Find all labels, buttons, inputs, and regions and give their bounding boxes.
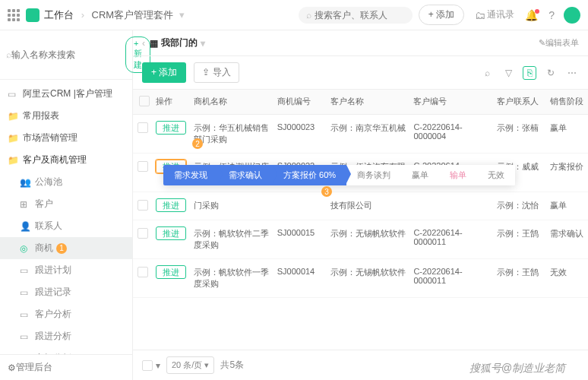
edit-form-link[interactable]: ✎ 编辑表单 bbox=[539, 37, 579, 49]
sidebar-item[interactable]: ▭阿里云CRM |客户管理 bbox=[0, 83, 132, 105]
search-icon[interactable]: ⌕ bbox=[480, 66, 494, 80]
menu-icon: ▭ bbox=[20, 309, 30, 320]
avatar[interactable] bbox=[564, 7, 580, 24]
cell-name: 示例：帆软软件一季度采购 bbox=[194, 267, 277, 290]
row-checkbox[interactable] bbox=[138, 161, 148, 172]
column-header[interactable]: 操作 bbox=[156, 96, 194, 108]
data-table: 操作商机名称商机编号客户名称客户编号客户联系人销售阶段 推进示例：华五机械销售部… bbox=[133, 89, 588, 350]
contacts-button[interactable]: 🗂通讯录 bbox=[475, 8, 514, 21]
cell-contact: 示例：王鹄 bbox=[497, 267, 550, 278]
scope-selector[interactable]: ▦ 我部门的 ▾ bbox=[150, 36, 205, 49]
column-header[interactable]: 商机名称 bbox=[194, 96, 277, 108]
global-search[interactable]: ⌕ bbox=[299, 7, 413, 24]
sidebar-item[interactable]: ◎商机1 bbox=[0, 237, 132, 259]
apps-icon[interactable] bbox=[8, 9, 20, 21]
row-checkbox[interactable] bbox=[138, 267, 148, 277]
sidebar-item[interactable]: 👤联系人 bbox=[0, 215, 132, 237]
menu-icon: ◎ bbox=[20, 243, 30, 254]
add-button[interactable]: + 添加 bbox=[419, 5, 464, 25]
cell-stage: 赢单 bbox=[550, 122, 588, 134]
more-icon[interactable]: ⋯ bbox=[565, 66, 579, 80]
sidebar-item[interactable]: 📁市场营销管理 bbox=[0, 127, 132, 149]
sidebar-item[interactable]: ▭跟进记录 bbox=[0, 281, 132, 303]
sidebar-item[interactable]: ▭客户分析 bbox=[0, 303, 132, 325]
menu-icon: 📁 bbox=[8, 155, 18, 166]
table-row[interactable]: 推进示例：帆软软件一季度采购SJ000014示例：无锡帆软软件C-2022061… bbox=[133, 259, 588, 298]
row-checkbox[interactable] bbox=[138, 122, 148, 133]
progress-step[interactable]: 无效 bbox=[477, 165, 515, 185]
sidebar-item-label: 客户及商机管理 bbox=[23, 154, 87, 166]
column-header[interactable]: 客户名称 bbox=[330, 96, 414, 108]
hint-badge: 2 bbox=[192, 138, 203, 149]
table-row[interactable]: 推进示例：华五机械销售部门采购SJ000023示例：南京华五机械C-202206… bbox=[133, 115, 588, 154]
pencil-icon: ✎ bbox=[539, 38, 545, 48]
sidebar-search-input[interactable] bbox=[11, 49, 125, 60]
sidebar-item[interactable]: 📁客户及商机管理 bbox=[0, 149, 132, 171]
sidebar-item[interactable]: 📁常用报表 bbox=[0, 105, 132, 127]
filter-icon[interactable]: ▽ bbox=[501, 66, 515, 80]
breadcrumb-root[interactable]: 工作台 bbox=[44, 9, 74, 21]
breadcrumb: 工作台 › CRM客户管理套件 ▾ bbox=[44, 8, 185, 22]
progress-step[interactable]: 需求发现 bbox=[163, 165, 218, 185]
help-icon[interactable]: ? bbox=[548, 9, 555, 21]
notification-icon[interactable]: 🔔 bbox=[525, 9, 538, 21]
hint-badge-3: 3 bbox=[321, 186, 332, 197]
cell-name: 门采购 bbox=[194, 200, 277, 211]
sidebar-item-label: 跟进记录 bbox=[35, 286, 71, 299]
promote-button[interactable]: 推进 bbox=[156, 226, 186, 240]
sidebar: ⌕ + 新建 ▭阿里云CRM |客户管理📁常用报表📁市场营销管理📁客户及商机管理… bbox=[0, 30, 133, 380]
add-record-button[interactable]: + 添加 bbox=[142, 62, 186, 83]
cell-no: SJ000023 bbox=[277, 122, 330, 131]
sidebar-item[interactable]: ▭跟进计划 bbox=[0, 259, 132, 281]
promote-button[interactable]: 推进 bbox=[156, 265, 186, 279]
selection-dropdown-icon[interactable]: ▾ bbox=[156, 360, 160, 371]
sidebar-item-label: 跟进分析 bbox=[35, 330, 71, 343]
table-row[interactable]: 推进示例：帆软软件二季度采购SJ000015示例：无锡帆软软件C-2022061… bbox=[133, 220, 588, 259]
column-header[interactable]: 商机编号 bbox=[277, 96, 330, 108]
cell-contact: 示例：沈怡 bbox=[497, 200, 550, 211]
table-row[interactable]: 推进门采购技有限公司示例：沈怡赢单 bbox=[133, 192, 588, 220]
sidebar-item-label: 客户 bbox=[35, 198, 53, 211]
progress-step[interactable]: 需求确认 bbox=[218, 165, 273, 185]
cell-no: SJ000015 bbox=[277, 228, 330, 237]
menu-icon: 📁 bbox=[8, 111, 18, 122]
breadcrumb-current[interactable]: CRM客户管理套件 bbox=[92, 9, 174, 21]
cell-contact: 示例：王鹄 bbox=[497, 228, 550, 239]
cell-customer: 技有限公司 bbox=[330, 200, 414, 211]
page-size-select[interactable]: 20 条/页 ▾ bbox=[166, 356, 214, 374]
progress-step[interactable]: 输单 bbox=[439, 165, 477, 185]
column-header[interactable]: 客户联系人 bbox=[497, 96, 550, 108]
admin-backend-link[interactable]: ⚙ 管理后台 bbox=[0, 354, 132, 380]
sidebar-item[interactable]: ▭商机分析 bbox=[0, 347, 132, 354]
search-input[interactable] bbox=[315, 10, 428, 21]
stage-progress: 需求发现需求确认方案报价 60%商务谈判赢单输单无效 bbox=[163, 165, 515, 185]
sidebar-item[interactable]: 👥公海池 bbox=[0, 171, 132, 193]
row-checkbox[interactable] bbox=[138, 200, 148, 211]
progress-step[interactable]: 方案报价 60% bbox=[273, 165, 346, 185]
sidebar-item-label: 阿里云CRM |客户管理 bbox=[23, 87, 112, 100]
settings-icon[interactable]: ⎘ bbox=[523, 66, 536, 80]
column-header[interactable] bbox=[133, 96, 156, 108]
back-icon[interactable]: ‹ bbox=[142, 38, 145, 49]
column-header[interactable]: 客户编号 bbox=[413, 96, 497, 108]
column-header[interactable]: 销售阶段 bbox=[550, 96, 588, 108]
sidebar-item-label: 商机 bbox=[35, 242, 53, 255]
sidebar-item[interactable]: ▭跟进分析 bbox=[0, 325, 132, 347]
progress-step[interactable]: 赢单 bbox=[401, 165, 439, 185]
progress-step[interactable]: 商务谈判 bbox=[346, 165, 401, 185]
chevron-down-icon[interactable]: ▾ bbox=[179, 9, 185, 21]
import-button[interactable]: ⇪ 导入 bbox=[194, 62, 239, 83]
row-checkbox[interactable] bbox=[138, 228, 148, 239]
sidebar-item-label: 常用报表 bbox=[23, 109, 59, 122]
select-all-checkbox[interactable] bbox=[142, 360, 153, 371]
refresh-icon[interactable]: ↻ bbox=[544, 66, 558, 80]
edit-label: 编辑表单 bbox=[545, 37, 579, 49]
promote-button[interactable]: 推进 bbox=[156, 121, 186, 135]
cell-stage: 赢单 bbox=[550, 200, 588, 211]
promote-button[interactable]: 推进 bbox=[156, 198, 186, 212]
sidebar-search[interactable]: ⌕ bbox=[6, 36, 125, 73]
select-all[interactable] bbox=[139, 96, 150, 106]
menu-icon: 👤 bbox=[20, 221, 30, 232]
sidebar-item[interactable]: ⊞客户 bbox=[0, 193, 132, 215]
sidebar-item-label: 客户分析 bbox=[35, 308, 71, 321]
